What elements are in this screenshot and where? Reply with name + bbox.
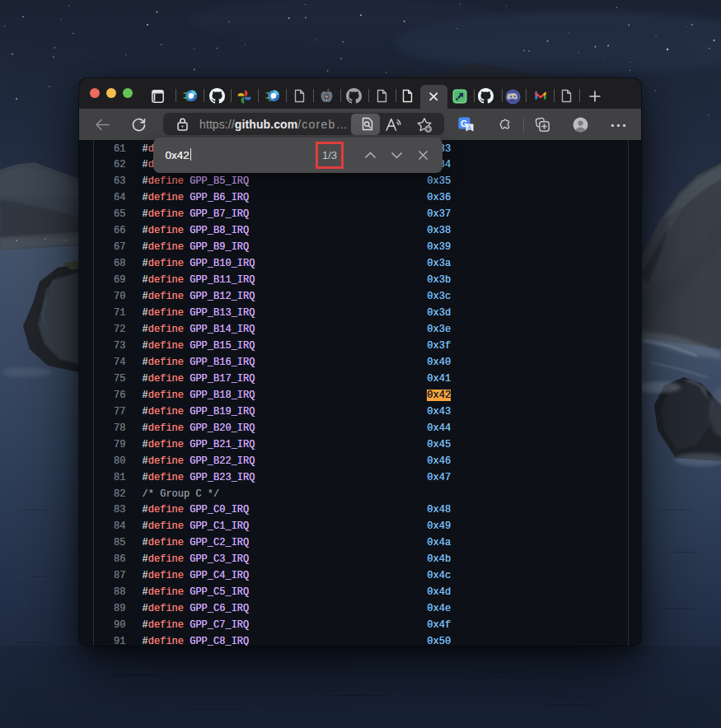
svg-text:A: A xyxy=(467,124,471,130)
